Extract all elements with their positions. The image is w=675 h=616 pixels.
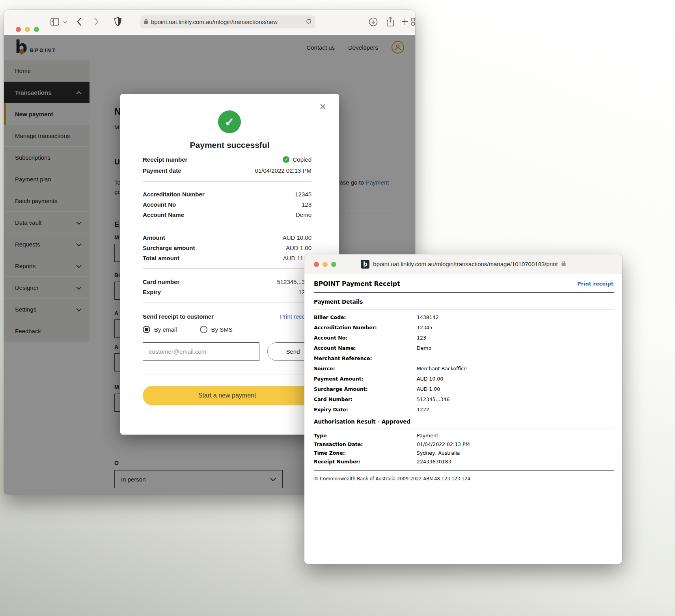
divider <box>143 375 311 375</box>
card-number-row: Card Number:512345...346 <box>314 396 614 403</box>
expiry-date-row: Expiry Date:1222 <box>314 407 614 414</box>
radio-by-sms[interactable]: By SMS <box>200 326 233 333</box>
payment-date-row: Payment date 01/04/2022 02:13 PM <box>143 167 311 175</box>
type-row: TypePayment <box>314 433 614 440</box>
divider <box>143 302 311 302</box>
radio-unselected-icon <box>200 326 207 333</box>
account-name-row: Account Name:Demo <box>314 345 614 352</box>
surcharge-amount-row: Surcharge Amount:AUD 1.00 <box>314 386 614 393</box>
divider <box>314 310 614 310</box>
browser-toolbar: bpoint.uat.linkly.com.au/mlogin/transact… <box>4 10 415 34</box>
copied-status: ✓ Copied <box>283 156 311 163</box>
receipt-method-radios: By email By SMS <box>143 326 233 333</box>
amount-row: Amount AUD 10.00 <box>143 234 311 242</box>
accreditation-number-row: Accreditation Number:12345 <box>314 325 614 332</box>
account-no-row: Account No 123 <box>143 201 311 209</box>
modal-title: Payment successful <box>120 140 339 150</box>
transaction-date-row: Transaction Date:01/04/2022 02:13 PM <box>314 441 614 448</box>
receipt-number-row: Receipt number ✓ Copied <box>143 156 311 164</box>
copyright-footer: © Commonwealth Bank of Australia 2009-20… <box>314 476 470 482</box>
payment-amount-row: Payment Amount:AUD 10.00 <box>314 376 614 383</box>
authorisation-result-heading: Authorisation Result - Approved <box>314 418 410 425</box>
downloads-icon[interactable] <box>369 17 378 26</box>
print-receipt-link[interactable]: Print receipt <box>577 281 613 287</box>
source-row: Source:Merchant Backoffice <box>314 366 614 373</box>
minimize-window-button[interactable] <box>25 27 30 32</box>
customer-email-input[interactable]: customer@email.com <box>143 342 259 361</box>
lock-icon <box>561 261 566 268</box>
close-icon[interactable]: ✕ <box>319 102 326 112</box>
privacy-shield-icon[interactable] <box>114 17 121 26</box>
account-no-row: Account No:123 <box>314 335 614 342</box>
fullscreen-window-button[interactable] <box>34 27 39 32</box>
lock-icon <box>144 19 148 26</box>
reload-icon[interactable] <box>306 19 311 26</box>
receipt-number-row: Receipt Number:22433630183 <box>314 459 614 466</box>
sidebar-toggle-icon[interactable] <box>50 18 59 26</box>
start-new-payment-button[interactable]: Start a new payment <box>143 386 311 405</box>
copied-check-icon: ✓ <box>283 156 289 163</box>
total-amount-row: Total amount AUD 11.00 <box>143 255 311 263</box>
account-name-row: Account Name Demo <box>143 211 311 219</box>
share-icon[interactable] <box>386 17 394 27</box>
payment-receipt-document: BPOINT Payment Receipt Print receipt Pay… <box>304 274 622 564</box>
radio-selected-icon <box>143 326 150 333</box>
divider <box>143 268 311 269</box>
expiry-row: Expiry 1222 <box>143 289 311 297</box>
new-tab-icon[interactable] <box>401 18 409 26</box>
bpoint-favicon-icon: b <box>361 260 369 269</box>
biller-code-row: Biller Code:1438142 <box>314 314 614 321</box>
close-window-button[interactable] <box>16 27 21 32</box>
back-button[interactable] <box>77 17 82 26</box>
send-receipt-header: Send receipt to customer Print receipt <box>143 313 311 321</box>
forward-button[interactable] <box>94 17 99 26</box>
divider <box>143 181 311 182</box>
accreditation-row: Accreditation Number 12345 <box>143 191 311 199</box>
divider <box>314 429 614 429</box>
screen: bpoint.uat.linkly.com.au/mlogin/transact… <box>0 0 675 616</box>
url-text: bpoint.uat.linkly.com.au/mlogin/transact… <box>373 261 558 267</box>
browser-window-receipt: b bpoint.uat.linkly.com.au/mlogin/transa… <box>304 254 622 564</box>
address-bar[interactable]: bpoint.uat.linkly.com.au/mlogin/transact… <box>140 15 315 28</box>
divider <box>314 470 614 471</box>
merchant-reference-row: Merchant Reference: <box>314 355 614 362</box>
tab-overview-icon[interactable] <box>411 18 415 26</box>
success-check-icon: ✓ <box>218 110 241 133</box>
card-number-row: Card number 512345...346 <box>143 278 311 286</box>
url-text: bpoint.uat.linkly.com.au/mlogin/transact… <box>151 19 303 25</box>
surcharge-row: Surcharge amount AUD 1.00 <box>143 245 311 252</box>
chevron-down-icon[interactable] <box>63 21 67 24</box>
payment-details-heading: Payment Details <box>314 299 363 305</box>
divider <box>314 292 614 293</box>
receipt-window-titlebar: b bpoint.uat.linkly.com.au/mlogin/transa… <box>304 254 622 274</box>
time-zone-row: Time Zone:Sydney, Australia <box>314 450 614 457</box>
receipt-title: BPOINT Payment Receipt <box>314 280 400 287</box>
radio-by-email[interactable]: By email <box>143 326 177 333</box>
